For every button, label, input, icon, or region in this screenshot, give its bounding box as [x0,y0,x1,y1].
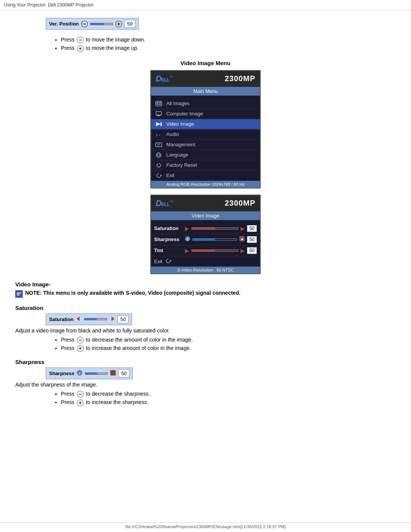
menu-item-computer-image[interactable]: Computer Image [151,109,260,119]
submenu-saturation-row: Saturation ▶ ▶ 50 [151,223,260,234]
svg-rect-13 [161,122,162,126]
sharp-icon-right [110,370,116,377]
video-image-note-section: Video Image- NOTE: This menu is only ava… [15,281,396,298]
submenu-model-text: 2300MP [225,199,256,208]
svg-marker-22 [157,164,158,166]
ver-bullet-1: Press − to move the image down. [61,37,396,43]
sat-plus-btn: + [77,345,84,352]
audio-icon: ♪ ♪ [155,131,162,137]
sharp-slider-track [85,372,108,375]
video-image-icon [155,121,162,127]
note-box: NOTE: This menu is only available with S… [15,290,396,298]
sat-minus-btn: − [77,337,84,343]
svg-text:♪: ♪ [156,132,158,137]
menu-item-video-image[interactable]: Video Image [151,119,260,129]
sharpness-bar: Sharpness 0 50 [46,367,133,379]
submenu-sharpness-label: Sharpness [154,236,183,242]
menu-item-all-images-label: All Images [166,101,190,106]
submenu-title: Video Image [151,211,260,220]
submenu-tint-label: Tint [154,248,183,253]
submenu-sharp-track [193,238,237,241]
factory-reset-icon [155,162,162,168]
sharp-icon-left: 0 [76,370,83,377]
svg-rect-8 [156,104,161,105]
sat-slider-track [84,318,107,320]
svg-marker-34 [112,316,115,321]
all-images-icon [155,101,162,107]
main-menu-bottom-bar: Analog RGB Resolution 1024x768 / 60 Hz [151,181,260,188]
menu-item-management[interactable]: Management [151,140,260,150]
menu-item-all-images[interactable]: All Images [151,99,260,109]
menu-spacer [151,96,260,99]
sharp-bullet-1: Press − to decrease the sharpness. [61,391,396,398]
svg-text:0: 0 [186,237,188,241]
menu-item-exit-label: Exit [166,173,175,178]
menu-item-exit[interactable]: Exit [151,171,260,181]
menu-item-factory-reset-label: Factory Reset [166,162,197,168]
svg-rect-7 [159,102,161,104]
svg-marker-33 [76,316,80,321]
submenu-projector-header: DELL™ 2300MP [151,195,260,211]
ver-position-value: 50 [124,20,135,28]
menu-item-computer-image-label: Computer Image [166,111,203,117]
saturation-bar-value: 50 [118,315,128,323]
sharp-minus-btn: − [77,391,84,398]
submenu-tint-track [191,249,238,252]
svg-marker-12 [156,122,161,126]
sharp-bullet-2: Press + to increase the sharpness. [61,399,396,406]
submenu-bottom-bar: S-Video Resolution : 60 NTSC [151,267,260,273]
footer-text: file:///C|/Venkat%20Shared/Projectors/23… [125,524,285,529]
menu-item-language-label: Language [166,152,188,158]
svg-rect-9 [156,112,161,115]
note-text: NOTE: This menu is only available with S… [25,290,241,296]
svg-marker-23 [161,174,162,176]
menu-item-language[interactable]: Language [151,150,260,160]
submenu-sharp-icon-right: ■ [239,236,245,243]
sharpness-bar-label: Sharpness [49,371,74,376]
submenu-tint-icon-right: ▶ [241,248,245,254]
submenu-sharp-icon-left: 0 [185,236,190,243]
slider-plus-icon [115,21,122,27]
menu-item-audio[interactable]: ♪ ♪ Audio [151,129,260,140]
svg-text:0: 0 [79,372,81,375]
submenu-sat-track [191,227,238,230]
model-text: 2300MP [225,74,256,83]
saturation-section: Saturation Saturation 50 Adjust a video … [15,305,396,352]
sharpness-bar-value: 50 [118,369,129,377]
submenu-sat-icon-left: ▶ [185,225,189,232]
slider-minus-icon [81,21,88,27]
computer-image-icon [155,111,162,117]
submenu-spacer [151,220,260,223]
submenu-tint-row: Tint ▶ ▶ 50 [151,245,260,256]
sat-icon-left [76,316,82,323]
submenu-sharp-value: 50 [247,236,257,243]
submenu-exit-label: Exit [154,259,162,264]
svg-rect-37 [110,370,116,375]
sharpness-body-text: Adjust the sharpness of the image. [15,382,396,388]
saturation-body-text: Adjust a video image from black and whit… [15,328,396,334]
ver-position-bar: Ver. Position 50 [46,18,139,30]
sharpness-section: Sharpness Sharpness 0 50 Adju [15,359,396,406]
ver-position-label: Ver. Position [49,21,79,27]
video-image-note-heading: Video Image- [15,281,396,288]
ver-position-bullets: Press − to move the image down. Press + … [61,37,396,52]
language-icon [155,152,162,158]
svg-text:■: ■ [241,237,243,241]
page-footer: file:///C|/Venkat%20Shared/Projectors/23… [0,522,411,529]
submenu-sat-icon-right: ▶ [241,225,245,232]
menu-item-video-image-label: Video Image [166,121,194,127]
submenu-exit-row[interactable]: Exit [151,256,260,267]
saturation-bar: Saturation 50 [46,313,132,325]
saturation-heading: Saturation [15,305,396,311]
sharpness-heading: Sharpness [15,359,396,365]
submenu-tint-value: 50 [247,247,257,254]
submenu-exit-icon [165,258,172,265]
submenu-tint-icon-left: ▶ [185,248,189,254]
submenu-sat-value: 50 [247,225,257,232]
saturation-bar-label: Saturation [49,316,73,322]
menu-item-factory-reset[interactable]: Factory Reset [151,160,260,171]
main-menu-projector-ui: DELL™ 2300MP Main Menu All Images [150,70,261,189]
minus-button: − [77,37,84,43]
sat-bullet-2: Press + to increase the amount of color … [61,345,396,352]
menu-item-audio-label: Audio [166,131,179,137]
